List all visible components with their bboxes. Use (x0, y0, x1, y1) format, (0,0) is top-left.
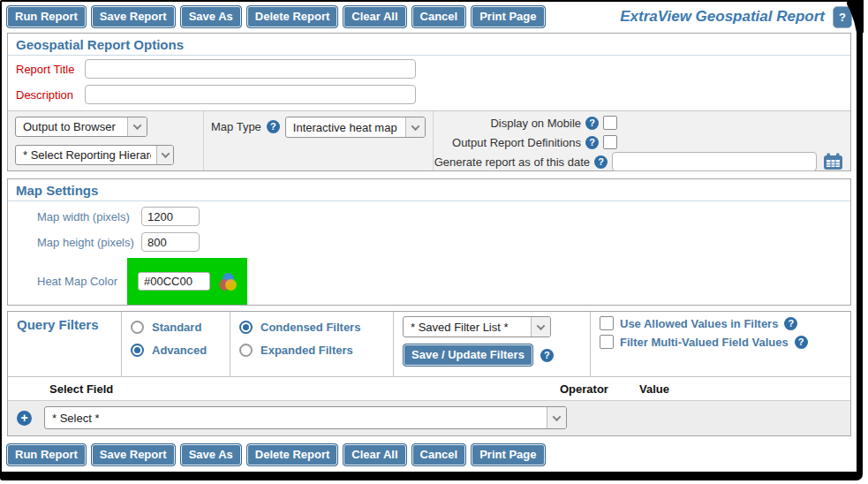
expanded-filters-radio[interactable] (239, 344, 253, 357)
display-on-mobile-label: Display on Mobile (490, 117, 581, 130)
advanced-radio-label: Advanced (152, 344, 207, 357)
report-title-input[interactable] (85, 59, 416, 79)
chevron-down-icon (156, 146, 173, 164)
report-title-label: Report Title (16, 63, 85, 76)
description-row: Description (8, 81, 850, 107)
cancel-button[interactable]: Cancel (411, 5, 467, 28)
save-report-button[interactable]: Save Report (91, 5, 176, 28)
help-icon[interactable]: ? (540, 349, 554, 362)
select-field-column-header: Select Field (49, 382, 560, 396)
value-column-header: Value (639, 382, 669, 396)
condensed-filters-radio[interactable] (239, 321, 253, 334)
help-icon[interactable]: ? (784, 317, 797, 330)
map-type-value: Interactive heat map (293, 121, 397, 134)
save-as-button[interactable]: Save As (180, 5, 242, 28)
run-report-button[interactable]: Run Report (6, 443, 87, 466)
map-settings-heading: Map Settings (8, 179, 850, 201)
help-button[interactable]: ? (833, 6, 852, 28)
section-map-settings: Map Settings Map width (pixels) Map heig… (7, 178, 851, 306)
calendar-icon[interactable] (823, 153, 843, 170)
advanced-radio-row: Advanced (131, 344, 221, 357)
run-report-button[interactable]: Run Report (6, 5, 87, 28)
standard-radio[interactable] (131, 321, 144, 334)
title-area: ExtraView Geospatial Report ? (620, 6, 852, 28)
filter-field-select[interactable]: * Select * (44, 406, 567, 429)
condensed-filters-radio-label: Condensed Filters (260, 321, 360, 334)
delete-report-button[interactable]: Delete Report (246, 5, 339, 28)
clear-all-button[interactable]: Clear All (343, 443, 406, 466)
add-filter-icon[interactable]: + (17, 411, 32, 426)
save-update-filters-button[interactable]: Save / Update Filters (403, 344, 533, 367)
cancel-button[interactable]: Cancel (411, 443, 467, 466)
map-type-select[interactable]: Interactive heat map (285, 117, 426, 138)
heat-map-color-row: Heat Map Color (16, 258, 842, 305)
operator-column-header: Operator (560, 382, 639, 396)
page-title: ExtraView Geospatial Report (620, 8, 825, 26)
query-filters-heading-cell: Query Filters (8, 312, 122, 376)
map-type-label: Map Type (211, 120, 261, 133)
report-options-heading: Geospatial Report Options (8, 34, 850, 56)
filter-layout-cell: Condensed Filters Expanded Filters (230, 312, 394, 376)
heat-map-color-input[interactable] (138, 272, 210, 291)
map-height-input[interactable] (141, 232, 200, 252)
display-on-mobile-checkbox[interactable] (603, 116, 617, 130)
filter-mode-cell: Standard Advanced (122, 312, 230, 376)
clear-all-button[interactable]: Clear All (343, 5, 406, 28)
chevron-down-icon (547, 407, 566, 428)
filter-table-header: Select Field Operator Value (8, 376, 850, 400)
heat-map-color-label: Heat Map Color (37, 275, 141, 288)
page: Run Report Save Report Save As Delete Re… (0, 0, 868, 484)
map-height-label: Map height (pixels) (37, 236, 141, 249)
use-allowed-values-checkbox[interactable] (600, 316, 614, 330)
top-toolbar: Run Report Save Report Save As Delete Re… (6, 4, 852, 29)
help-icon[interactable]: ? (585, 136, 599, 149)
standard-radio-label: Standard (152, 321, 201, 334)
help-icon[interactable]: ? (585, 117, 599, 130)
output-destination-select[interactable]: Output to Browser (15, 117, 147, 137)
mobile-options-column: Display on Mobile ? Output Report Defini… (434, 111, 850, 170)
query-filters-heading: Query Filters (17, 317, 99, 332)
display-on-mobile-row: Display on Mobile ? (434, 114, 843, 132)
help-icon[interactable]: ? (594, 155, 608, 169)
output-report-definitions-row: Output Report Definitions ? (434, 133, 843, 151)
print-page-button[interactable]: Print Page (471, 5, 545, 28)
reporting-hierarchy-value: * Select Reporting Hierarchy * (23, 148, 151, 162)
save-update-row: Save / Update Filters ? (403, 344, 581, 367)
filter-multi-valued-label: Filter Multi-Valued Field Values (620, 336, 789, 349)
section-report-options: Geospatial Report Options Report Title D… (7, 33, 851, 171)
saved-filters-cell: * Saved Filter List * Save / Update Filt… (394, 312, 591, 376)
saved-filter-list-select[interactable]: * Saved Filter List * (403, 316, 551, 337)
description-label: Description (16, 88, 85, 102)
save-report-button[interactable]: Save Report (91, 443, 176, 466)
save-as-button[interactable]: Save As (180, 443, 242, 466)
map-type-column: Map Type ? Interactive heat map (204, 111, 434, 170)
delete-report-button[interactable]: Delete Report (246, 443, 339, 466)
generate-date-input[interactable] (612, 152, 817, 171)
section-query-filters: Query Filters Standard Advanced Co (7, 311, 851, 436)
output-column: Output to Browser * Select Reporting Hie… (8, 111, 204, 170)
print-page-button[interactable]: Print Page (471, 443, 545, 466)
query-filters-columns: Query Filters Standard Advanced Co (8, 312, 850, 376)
color-wheel-icon[interactable] (219, 273, 237, 291)
output-destination-value: Output to Browser (23, 120, 116, 133)
bottom-toolbar: Run Report Save Report Save As Delete Re… (6, 442, 852, 467)
heat-map-color-swatch (127, 258, 247, 305)
window-frame: Run Report Save Report Save As Delete Re… (0, 0, 863, 480)
map-width-row: Map width (pixels) (16, 207, 842, 226)
use-allowed-values-label: Use Allowed Values in Filters (620, 317, 778, 330)
reporting-hierarchy-select[interactable]: * Select Reporting Hierarchy * (15, 145, 174, 165)
help-icon[interactable]: ? (795, 336, 808, 349)
description-input[interactable] (85, 85, 416, 104)
condensed-filters-radio-row: Condensed Filters (239, 321, 384, 334)
advanced-radio[interactable] (131, 344, 144, 357)
use-allowed-values-row: Use Allowed Values in Filters ? (600, 316, 842, 330)
map-width-input[interactable] (141, 207, 200, 226)
map-width-label: Map width (pixels) (37, 210, 141, 223)
filter-multi-valued-checkbox[interactable] (600, 335, 614, 349)
report-options-controls: Output to Browser * Select Reporting Hie… (8, 110, 850, 170)
expanded-filters-radio-label: Expanded Filters (260, 344, 353, 357)
help-icon[interactable]: ? (267, 120, 280, 133)
expanded-filters-radio-row: Expanded Filters (239, 344, 384, 357)
output-report-definitions-checkbox[interactable] (603, 135, 617, 149)
chevron-down-icon (531, 317, 550, 337)
